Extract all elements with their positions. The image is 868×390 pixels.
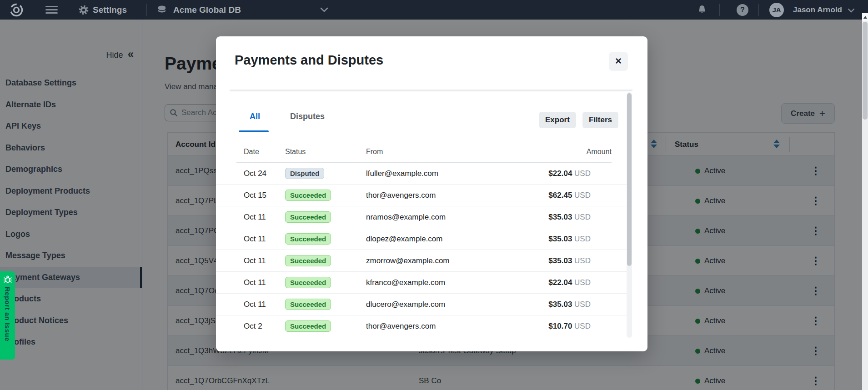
page-scrollbar-track[interactable] <box>862 13 868 390</box>
topbar-divider <box>758 4 759 16</box>
currency-label: USD <box>574 213 591 221</box>
payment-row[interactable]: Oct 15 Succeeded thor@avengers.com $62.4… <box>216 185 627 206</box>
close-icon: × <box>615 55 622 67</box>
modal-scrollbar-track[interactable] <box>627 92 632 338</box>
modal-close-button[interactable]: × <box>609 52 628 71</box>
payment-row[interactable]: Oct 11 Succeeded zmorrow@example.com $35… <box>216 250 627 272</box>
currency-label: USD <box>574 278 591 287</box>
column-header-from: From <box>366 148 383 156</box>
topbar-divider <box>146 4 147 16</box>
date-cell: Oct 24 <box>244 163 266 185</box>
payments-disputes-modal: Payments and Disputes × All Disputes Exp… <box>216 36 647 351</box>
payment-row[interactable]: Oct 11 Succeeded nramos@example.com $35.… <box>216 206 627 228</box>
date-cell: Oct 15 <box>244 185 266 206</box>
currency-label: USD <box>574 191 591 200</box>
column-header-date: Date <box>244 148 259 156</box>
tab-all[interactable]: All <box>250 112 260 121</box>
gear-icon[interactable] <box>78 5 89 15</box>
currency-label: USD <box>574 322 591 330</box>
user-menu-chevron-icon[interactable] <box>848 8 855 13</box>
from-cell: kfranco@example.com <box>366 272 445 294</box>
amount-cell: $22.04 USD <box>548 163 591 185</box>
user-avatar[interactable]: JA <box>769 3 784 17</box>
hamburger-menu-icon[interactable] <box>45 6 58 14</box>
from-cell: nramos@example.com <box>366 206 446 228</box>
notification-bell-icon[interactable] <box>697 5 707 15</box>
payment-row[interactable]: Oct 2 Succeeded thor@avengers.com $10.70… <box>216 315 627 337</box>
from-cell: thor@avengers.com <box>366 185 436 206</box>
status-badge: Succeeded <box>285 320 331 332</box>
amount-cell: $10.70 USD <box>548 315 591 337</box>
status-badge: Succeeded <box>285 255 331 266</box>
payments-table: Oct 24 Disputed lfuller@example.com $22.… <box>216 163 627 337</box>
tab-disputes[interactable]: Disputes <box>290 112 325 121</box>
modal-header-divider <box>230 90 632 91</box>
topbar-divider <box>719 4 720 16</box>
amount-cell: $35.03 USD <box>548 294 591 315</box>
page-scrollbar-thumb[interactable] <box>863 22 868 120</box>
report-issue-label: Report an Issue <box>4 287 11 341</box>
from-cell: zmorrow@example.com <box>366 250 450 272</box>
payment-row[interactable]: Oct 11 Succeeded dlopez@example.com $35.… <box>216 228 627 250</box>
filters-button[interactable]: Filters <box>582 112 618 128</box>
from-cell: lfuller@example.com <box>366 163 438 185</box>
database-selector[interactable]: Acme Global DB <box>157 0 328 20</box>
date-cell: Oct 11 <box>244 250 266 272</box>
date-cell: Oct 11 <box>244 294 266 315</box>
amount-cell: $35.03 USD <box>548 250 591 272</box>
export-button[interactable]: Export <box>539 112 576 128</box>
from-cell: thor@avengers.com <box>366 315 436 337</box>
app-logo-icon[interactable] <box>9 3 24 17</box>
amount-cell: $62.45 USD <box>548 185 591 206</box>
currency-label: USD <box>574 300 591 309</box>
status-badge: Succeeded <box>285 299 331 310</box>
column-header-amount: Amount <box>587 148 612 156</box>
help-icon[interactable]: ? <box>737 4 748 16</box>
modal-scrollbar-thumb[interactable] <box>627 93 632 266</box>
scrollbar-up-arrow[interactable] <box>862 13 868 21</box>
currency-label: USD <box>574 169 591 178</box>
report-issue-tab[interactable]: Report an Issue <box>0 271 15 360</box>
currency-label: USD <box>574 235 591 243</box>
tab-row-border <box>238 132 612 132</box>
user-name-label[interactable]: Jason Arnold <box>793 0 842 20</box>
payment-row[interactable]: Oct 11 Succeeded kfranco@example.com $22… <box>216 272 627 294</box>
currency-label: USD <box>574 256 591 265</box>
settings-nav-label[interactable]: Settings <box>93 0 127 20</box>
date-cell: Oct 11 <box>244 206 266 228</box>
column-header-status: Status <box>285 148 306 156</box>
modal-title: Payments and Disputes <box>235 53 383 68</box>
from-cell: dlopez@example.com <box>366 228 442 250</box>
database-selector-label: Acme Global DB <box>173 0 241 20</box>
status-badge: Succeeded <box>285 233 331 245</box>
database-icon <box>157 5 167 15</box>
amount-cell: $35.03 USD <box>548 206 591 228</box>
bug-icon <box>3 275 12 284</box>
date-cell: Oct 2 <box>244 315 262 337</box>
amount-cell: $35.03 USD <box>548 228 591 250</box>
app-root: Settings Acme Global DB ? JA Jason Arnol… <box>0 0 868 390</box>
top-navigation-bar: Settings Acme Global DB ? JA Jason Arnol… <box>0 0 868 20</box>
date-cell: Oct 11 <box>244 228 266 250</box>
payment-row[interactable]: Oct 11 Succeeded dlucero@example.com $35… <box>216 294 627 315</box>
status-badge: Succeeded <box>285 211 331 223</box>
date-cell: Oct 11 <box>244 272 266 294</box>
status-badge: Succeeded <box>285 190 331 201</box>
payment-row[interactable]: Oct 24 Disputed lfuller@example.com $22.… <box>216 163 627 185</box>
amount-cell: $22.04 USD <box>548 272 591 294</box>
status-badge: Disputed <box>285 168 324 179</box>
status-badge: Succeeded <box>285 277 331 288</box>
chevron-down-icon <box>320 7 328 12</box>
from-cell: dlucero@example.com <box>366 294 445 315</box>
